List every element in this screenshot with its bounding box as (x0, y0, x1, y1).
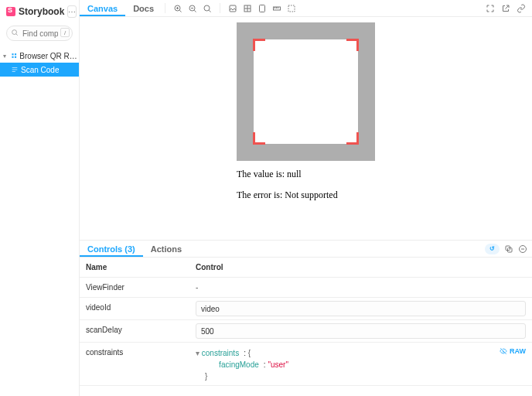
background-button[interactable] (228, 4, 237, 13)
zoom-in-button[interactable] (173, 4, 182, 13)
col-control: Control (189, 258, 532, 277)
story-tree: ▾ Browser QR Reader Scan Code (0, 46, 79, 77)
svg-rect-15 (230, 5, 236, 12)
search-shortcut-badge: / (60, 28, 70, 37)
sidebar-header: Storybook ⋯ (0, 0, 79, 23)
outline-button[interactable] (287, 4, 296, 13)
error-readout: The error is: Not supported (237, 189, 375, 201)
col-name: Name (80, 258, 189, 277)
tree-group-browser-qr-reader[interactable]: ▾ Browser QR Reader (0, 49, 79, 63)
storybook-logo: Storybook (6, 6, 64, 17)
copy-link-button[interactable] (517, 4, 526, 13)
svg-line-9 (179, 10, 181, 12)
svg-rect-5 (15, 56, 16, 58)
component-icon (11, 52, 18, 60)
control-row-scandelay: scanDelay (80, 320, 532, 343)
tab-canvas[interactable]: Canvas (80, 0, 125, 16)
tab-controls-label: Controls (87, 244, 122, 254)
svg-line-12 (194, 10, 196, 12)
raw-label: RAW (510, 347, 526, 355)
viewfinder-corner-icon (253, 132, 265, 145)
fullscreen-button[interactable] (486, 4, 495, 13)
toolbar-right-tools (486, 0, 532, 16)
svg-line-14 (209, 10, 210, 12)
svg-rect-4 (12, 56, 13, 58)
preview-tabs: Canvas Docs (80, 0, 162, 16)
viewfinder-corner-icon (346, 132, 359, 145)
viewport-button[interactable] (257, 4, 267, 13)
sidebar-search: / (6, 26, 73, 41)
addons-tabs: Controls (3) Actions ↺ (80, 241, 532, 258)
story-preview: The value is: null The error is: Not sup… (237, 22, 375, 201)
svg-rect-24 (288, 5, 295, 12)
storybook-mark-icon (6, 7, 15, 16)
toolbar-left-tools (169, 0, 217, 16)
control-name: scanDelay (80, 320, 189, 342)
tab-docs[interactable]: Docs (125, 0, 162, 16)
copy-button[interactable] (504, 244, 513, 254)
svg-point-13 (204, 5, 210, 11)
tree-story-scan-code[interactable]: Scan Code (0, 63, 79, 77)
raw-toggle-button[interactable]: RAW (500, 347, 526, 355)
control-name: constraints (80, 343, 189, 362)
sidebar: Storybook ⋯ / ▾ Browser QR Reader Scan C… (0, 0, 80, 396)
measure-button[interactable] (272, 4, 281, 13)
reset-controls-button[interactable]: ↺ (485, 244, 500, 254)
main: Canvas Docs (80, 0, 532, 396)
control-row-videoid: videoId (80, 298, 532, 320)
control-name: ViewFinder (80, 278, 189, 297)
control-empty: - (196, 283, 198, 292)
control-input-scandelay[interactable] (196, 323, 526, 339)
eye-off-icon (500, 347, 507, 355)
svg-rect-19 (260, 5, 265, 12)
addons-right-tools: ↺ (485, 241, 532, 257)
toolbar-separator (165, 3, 165, 13)
qr-camera-area (237, 22, 375, 161)
control-row-viewfinder: ViewFinder - (80, 278, 532, 298)
brand-name: Storybook (19, 6, 64, 17)
sidebar-menu-button[interactable]: ⋯ (67, 5, 77, 18)
svg-line-1 (16, 34, 18, 36)
json-collapse-icon[interactable]: ▾ (196, 349, 202, 357)
svg-point-0 (12, 30, 17, 35)
tab-actions[interactable]: Actions (143, 241, 189, 257)
qr-viewfinder (254, 39, 358, 144)
controls-header-row: Name Control (80, 258, 532, 278)
control-json-constraints[interactable]: ▾ constraints : { facingMode : "user" } (196, 346, 526, 382)
control-input-videoid[interactable] (196, 301, 526, 316)
tree-story-label: Scan Code (21, 66, 59, 74)
tree-group-label: Browser QR Reader (19, 52, 79, 60)
viewfinder-corner-icon (253, 39, 265, 51)
toolbar-separator (220, 3, 220, 13)
addons-panel: Controls (3) Actions ↺ Name Control View… (80, 240, 532, 396)
toolbar: Canvas Docs (80, 0, 532, 17)
search-icon (11, 29, 19, 36)
control-name: videoId (80, 298, 189, 319)
story-icon (11, 66, 19, 73)
zoom-reset-button[interactable] (203, 4, 212, 13)
preview-canvas: The value is: null The error is: Not sup… (80, 17, 532, 240)
viewfinder-corner-icon (346, 39, 359, 51)
controls-table: Name Control ViewFinder - videoId scanDe… (80, 258, 532, 396)
svg-rect-3 (15, 53, 16, 55)
zoom-out-button[interactable] (188, 4, 197, 13)
tab-controls[interactable]: Controls (3) (80, 241, 143, 257)
control-row-constraints: constraints RAW ▾ constraints : { facing… (80, 343, 532, 386)
svg-rect-2 (12, 53, 13, 55)
caret-down-icon: ▾ (3, 53, 9, 60)
value-readout: The value is: null (237, 169, 375, 180)
grid-button[interactable] (243, 4, 252, 13)
open-in-new-tab-button[interactable] (501, 4, 510, 13)
tab-controls-count: (3) (124, 244, 135, 254)
toolbar-mid-tools (223, 0, 301, 16)
toggle-addons-button[interactable] (518, 244, 527, 254)
